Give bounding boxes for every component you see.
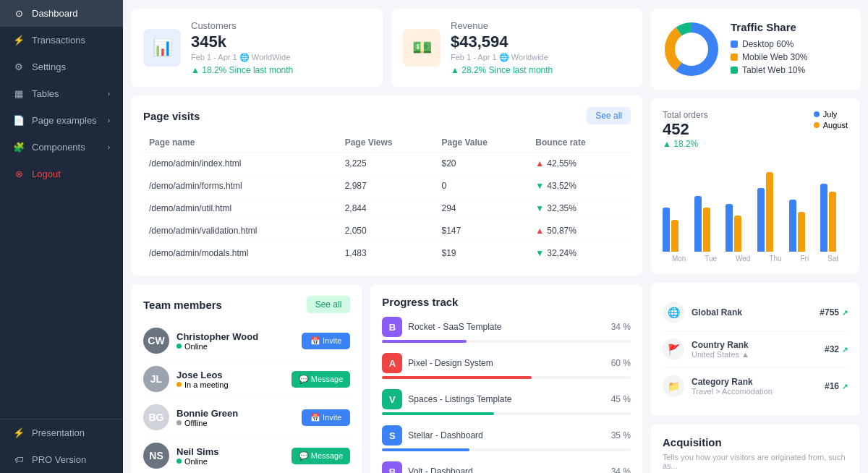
member-status: Online (176, 457, 284, 466)
member-status: In a meeting (176, 380, 284, 389)
progress-name: Spaces - Listings Template (408, 394, 605, 404)
components-icon: 🧩 (13, 142, 25, 153)
rank-value: #16 ↗ (825, 381, 848, 391)
sidebar-item-logout[interactable]: ⊗ Logout (0, 161, 123, 187)
page-examples-icon: 📄 (13, 115, 25, 126)
col-page-views: Page Views (339, 133, 436, 153)
logout-icon: ⊗ (13, 169, 25, 179)
traffic-title: Traffic Share (731, 21, 808, 33)
sidebar-item-page-examples[interactable]: 📄 Page examples › (0, 107, 123, 134)
progress-item-header: B Rocket - SaaS Template 34 % (382, 317, 631, 337)
rank-label: Global Rank (692, 307, 812, 318)
avatar: BG (143, 404, 169, 430)
chevron-right-icon: › (108, 90, 110, 98)
sidebar-item-components[interactable]: 🧩 Components › (0, 134, 123, 161)
rank-item: 🌐 Global Rank #755 ↗ (663, 294, 848, 331)
list-item: B Volt - Dashboard 34 % (382, 461, 631, 473)
action-button[interactable]: 💬 Message (292, 448, 351, 464)
row-page-value: $20 (435, 153, 529, 175)
progress-icon: S (382, 425, 402, 446)
status-dot (176, 344, 182, 349)
bar-july (820, 184, 827, 252)
row-page-value: 294 (435, 197, 529, 220)
sidebar-item-pro[interactable]: 🏷 PRO Version (0, 446, 123, 473)
acquisition-title: Acquisition (663, 436, 848, 448)
sidebar-item-transactions[interactable]: ⚡ Transactions (0, 27, 123, 54)
bar-august (829, 192, 836, 252)
progress-item-header: V Spaces - Listings Template 45 % (382, 389, 631, 409)
action-button[interactable]: 📅 Invite (302, 333, 350, 349)
rank-value: #755 ↗ (820, 307, 848, 318)
bar-august (766, 172, 773, 252)
progress-list: B Rocket - SaaS Template 34 % A Pixel - … (382, 317, 631, 473)
presentation-icon: ⚡ (13, 427, 25, 438)
sidebar-item-dashboard[interactable]: ⊙ Dashboard (0, 0, 123, 27)
total-orders-value: 452 (663, 120, 708, 139)
bar-july (726, 204, 733, 252)
traffic-mobile: Mobile Web 30% (731, 52, 808, 62)
orders-legend: July August (814, 110, 848, 132)
team-members-list: CW Christopher Wood Online 📅 Invite JL J… (143, 322, 350, 473)
row-page-views: 2,050 (339, 220, 436, 242)
member-info: Jose Leos In a meeting (176, 370, 284, 389)
action-button[interactable]: 💬 Message (292, 371, 351, 388)
status-dot (176, 420, 182, 425)
team-card: Team members See all CW Christopher Wood… (132, 284, 362, 473)
progress-title: Progress track (382, 296, 458, 308)
sidebar-item-settings[interactable]: ⚙ Settings (0, 54, 123, 80)
progress-icon: A (382, 353, 402, 373)
list-item: JL Jose Leos In a meeting 💬 Message (143, 360, 350, 399)
progress-pct: 45 % (611, 394, 631, 404)
dashboard-icon: ⊙ (13, 8, 25, 19)
sidebar: ⊙ Dashboard ⚡ Transactions ⚙ Settings ▦ … (0, 0, 123, 473)
action-button[interactable]: 📅 Invite (302, 409, 350, 426)
revenue-card: 💵 Revenue $43,594 Feb 1 - Apr 1 🌐 Worldw… (391, 9, 642, 87)
revenue-value: $43,594 (451, 33, 553, 51)
row-page-name: /demo/admin/forms.html (143, 175, 339, 197)
bar-august (734, 216, 741, 252)
row-page-name: /demo/admin/util.html (143, 197, 339, 220)
main-content: 📊 Customers 345k Feb 1 - Apr 1 🌐 WorldWi… (123, 0, 651, 473)
acquisition-sub: Tells you how your visitors are originat… (663, 453, 848, 470)
total-orders-label: Total orders (663, 110, 708, 120)
top-cards: 📊 Customers 345k Feb 1 - Apr 1 🌐 WorldWi… (132, 9, 642, 87)
progress-icon: V (382, 389, 402, 409)
orders-bar-chart (663, 158, 848, 252)
sidebar-item-tables[interactable]: ▦ Tables › (0, 80, 123, 107)
progress-name: Volt - Dashboard (408, 466, 605, 473)
table-row: /demo/admin/modals.html 1,483 $19 ▼32,24… (143, 242, 631, 265)
status-text: Offline (184, 419, 208, 427)
sidebar-item-presentation[interactable]: ⚡ Presentation (0, 419, 123, 446)
bar-july (694, 196, 702, 252)
status-text: Online (184, 342, 208, 351)
customers-icon: 📊 (143, 29, 181, 67)
july-legend: July (814, 110, 848, 119)
august-dot (814, 122, 820, 128)
status-text: In a meeting (184, 380, 229, 389)
progress-icon: B (382, 317, 402, 337)
page-visits-see-all[interactable]: See all (587, 107, 631, 124)
rank-info: Country Rank United States ▲ (692, 340, 817, 359)
progress-bar-fill (382, 412, 494, 415)
progress-name: Stellar - Dashboard (408, 430, 605, 440)
row-bounce-rate: ▼32,24% (529, 242, 631, 265)
progress-card: Progress track B Rocket - SaaS Template … (370, 284, 642, 473)
progress-pct: 34 % (611, 466, 631, 473)
bar-group (789, 200, 817, 252)
row-page-value: $19 (435, 242, 529, 265)
list-item: NS Neil Sims Online 💬 Message (143, 437, 350, 473)
team-see-all[interactable]: See all (307, 296, 351, 313)
page-visits-card: Page visits See all Page name Page Views… (132, 95, 642, 276)
bar-label: Sat (827, 255, 838, 263)
col-page-name: Page name (143, 133, 339, 153)
table-row: /demo/admin/index.html 3,225 $20 ▲42,55% (143, 153, 631, 175)
list-item: S Stellar - Dashboard 35 % (382, 425, 631, 451)
total-orders-left: Total orders 452 ▲ 18.2% (663, 110, 708, 149)
row-page-name: /demo/admin/index.html (143, 153, 339, 175)
progress-icon: B (382, 461, 402, 473)
row-page-views: 2,844 (339, 197, 436, 220)
bar-august (671, 220, 678, 252)
bar-august (703, 208, 710, 252)
progress-name: Pixel - Design System (408, 358, 605, 368)
rank-card: 🌐 Global Rank #755 ↗ 🚩 Country Rank Unit… (651, 283, 859, 416)
